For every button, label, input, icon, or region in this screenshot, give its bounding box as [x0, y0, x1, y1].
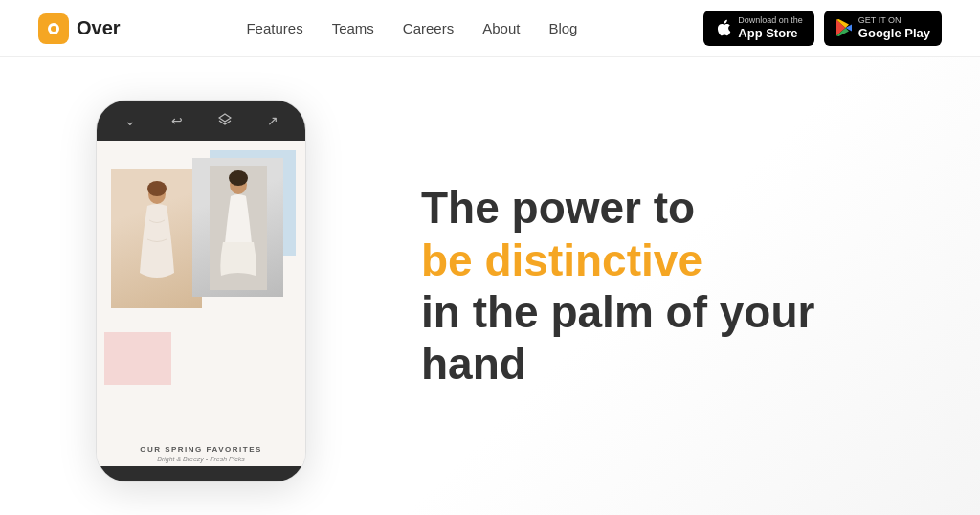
photo-right [192, 158, 283, 297]
toolbar-chevron-icon: ⌄ [124, 113, 136, 128]
hero-text-section: The power to be distinctive in the palm … [345, 182, 923, 390]
googleplay-button[interactable]: GET IT ON Google Play [824, 11, 942, 46]
hero-line2-highlight: be distinctive [421, 235, 702, 285]
appstore-main: App Store [738, 26, 803, 41]
svg-point-4 [147, 181, 167, 196]
nav-teams[interactable]: Teams [332, 20, 374, 36]
store-buttons-group: Download on the App Store GET IT ON Goog… [703, 11, 942, 46]
hero-line4: hand [421, 339, 526, 389]
photo-left [111, 169, 202, 308]
googleplay-text: GET IT ON Google Play [858, 16, 930, 40]
phone-mockup-section: ⌄ ↩ ↗ [57, 90, 345, 482]
toolbar-undo-icon: ↩ [171, 113, 183, 128]
phone-mockup: ⌄ ↩ ↗ [96, 100, 306, 482]
main-content: ⌄ ↩ ↗ [0, 57, 980, 515]
hero-line1: The power to [421, 183, 695, 233]
caption-sub: Bright & Breezy • Fresh Picks [97, 456, 305, 462]
googleplay-icon [835, 18, 853, 37]
apple-icon [715, 18, 732, 37]
appstore-text: Download on the App Store [738, 16, 803, 40]
brand-name: Over [77, 17, 121, 39]
phone-bottom-bar [97, 466, 305, 482]
phone-caption: OUR SPRING FAVORITES Bright & Breezy • F… [97, 437, 305, 466]
hero-heading: The power to be distinctive in the palm … [421, 182, 923, 390]
googleplay-sub: GET IT ON [858, 16, 930, 26]
phone-screen [97, 141, 305, 437]
svg-point-2 [51, 26, 56, 32]
main-nav: Features Teams Careers About Blog [246, 20, 577, 36]
logo[interactable]: Over [38, 13, 121, 44]
deco-pink-rect [104, 332, 171, 385]
hero-line3: in the palm of your [421, 287, 814, 337]
svg-point-7 [229, 170, 248, 186]
appstore-sub: Download on the [738, 16, 803, 26]
nav-about[interactable]: About [482, 20, 520, 36]
appstore-button[interactable]: Download on the App Store [703, 11, 814, 46]
phone-toolbar: ⌄ ↩ ↗ [97, 101, 305, 141]
nav-careers[interactable]: Careers [403, 20, 454, 36]
header: Over Features Teams Careers About Blog D… [0, 0, 980, 57]
googleplay-main: Google Play [858, 26, 930, 41]
toolbar-layers-icon [218, 113, 232, 129]
nav-blog[interactable]: Blog [548, 20, 577, 36]
caption-title: OUR SPRING FAVORITES [97, 445, 305, 454]
toolbar-share-icon: ↗ [267, 113, 278, 128]
over-logo-icon [38, 13, 69, 44]
nav-features[interactable]: Features [246, 20, 302, 36]
